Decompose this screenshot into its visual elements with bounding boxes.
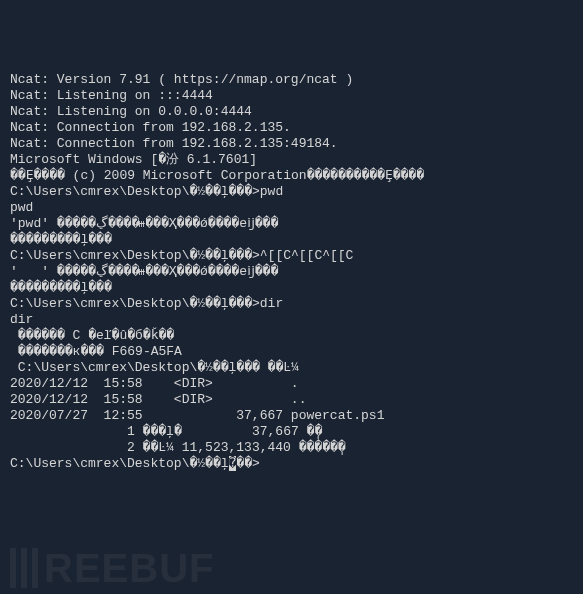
terminal-line: Ncat: Connection from 192.168.2.135. bbox=[10, 120, 573, 136]
watermark: REEBUF bbox=[10, 548, 214, 588]
prompt-prefix: C:\Users\cmrex\Desktop\�½��ļ bbox=[10, 456, 229, 471]
terminal-line: pwd bbox=[10, 200, 573, 216]
watermark-text: REEBUF bbox=[44, 560, 214, 576]
terminal-line: 2020/12/12 15:58 <DIR> .. bbox=[10, 392, 573, 408]
terminal-line: ��Ȩ���� (c) 2009 Microsoft Corporation��… bbox=[10, 168, 573, 184]
terminal-line: Ncat: Connection from 192.168.2.135:4918… bbox=[10, 136, 573, 152]
terminal-line: 2020/12/12 15:58 <DIR> . bbox=[10, 376, 573, 392]
terminal-prompt-line[interactable]: C:\Users\cmrex\Desktop\�½��ļ���> bbox=[10, 456, 573, 472]
terminal-line: ���������ļ��� bbox=[10, 232, 573, 248]
terminal-line: �������к��� F669-A5FA bbox=[10, 344, 573, 360]
terminal-line: Ncat: Listening on 0.0.0.0:4444 bbox=[10, 104, 573, 120]
terminal-line: Microsoft Windows [�汾 6.1.7601] bbox=[10, 152, 573, 168]
terminal-line: C:\Users\cmrex\Desktop\�½��ļ���>^[[C^[[C… bbox=[10, 248, 573, 264]
terminal-line: Ncat: Version 7.91 ( https://nmap.org/nc… bbox=[10, 72, 573, 88]
terminal-line: Ncat: Listening on :::4444 bbox=[10, 88, 573, 104]
terminal-line: 2020/07/27 12:55 37,667 powercat.ps1 bbox=[10, 408, 573, 424]
terminal-line: 2 ��Ŀ¼ 11,523,133,440 �����ֽ� bbox=[10, 440, 573, 456]
terminal-line: dir bbox=[10, 312, 573, 328]
prompt-suffix: ��> bbox=[236, 456, 259, 471]
terminal-line: ������ C �еľ�û�б�ǩ�� bbox=[10, 328, 573, 344]
terminal-line: C:\Users\cmrex\Desktop\�½��ļ��� ��Ŀ¼ bbox=[10, 360, 573, 376]
terminal-line: C:\Users\cmrex\Desktop\�½��ļ���>dir bbox=[10, 296, 573, 312]
terminal-line: ' ' �����ڲ����ⲿ���Ҳ���ǿ����еĳ��� bbox=[10, 264, 573, 280]
terminal-line: 1 ���ļ� 37,667 �ֽ� bbox=[10, 424, 573, 440]
terminal-line: 'pwd' �����ڲ����ⲿ���Ҳ���ǿ����еĳ��� bbox=[10, 216, 573, 232]
watermark-bars-icon bbox=[10, 548, 38, 588]
terminal-output: Ncat: Version 7.91 ( https://nmap.org/nc… bbox=[10, 72, 573, 456]
terminal-line: C:\Users\cmrex\Desktop\�½��ļ���>pwd bbox=[10, 184, 573, 200]
terminal-line: ���������ļ��� bbox=[10, 280, 573, 296]
